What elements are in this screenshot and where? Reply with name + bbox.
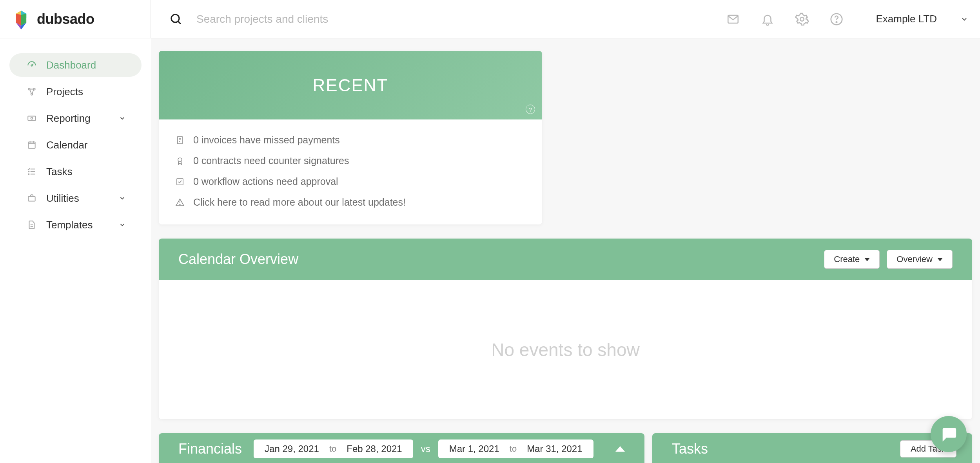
vs-label: vs [421,443,430,454]
chevron-down-icon [960,15,968,23]
svg-marker-3 [21,13,26,25]
help-icon[interactable] [829,12,844,26]
svg-point-14 [28,88,30,90]
range1-to: Feb 28, 2021 [347,443,402,454]
sidebar-item-reporting[interactable]: Reporting [9,107,142,130]
svg-point-26 [28,171,29,172]
recent-row-contracts[interactable]: 0 contracts need counter signatures [175,150,526,171]
create-button[interactable]: Create [824,250,880,269]
inbox-icon[interactable] [726,12,740,26]
recent-row-invoices[interactable]: 0 invoices have missed payments [175,130,526,150]
svg-point-35 [178,158,182,162]
chat-fab[interactable] [931,416,967,452]
gauge-icon [27,60,37,70]
nav-label: Templates [46,219,119,231]
svg-rect-28 [28,197,35,201]
briefcase-icon [27,193,37,203]
recent-card: RECENT ? 0 invoices have missed payments… [159,51,542,224]
search-icon[interactable] [170,13,182,25]
recent-row-text: 0 workflow actions need approval [193,176,338,187]
sidebar: Dashboard Projects Reporting Calendar Ta… [0,38,151,463]
recent-header: RECENT ? [159,51,542,119]
svg-rect-36 [177,179,183,185]
search-input[interactable] [196,13,432,25]
recent-row-updates[interactable]: Click here to read more about our latest… [175,192,526,213]
range1-from: Jan 29, 2021 [265,443,319,454]
sidebar-item-calendar[interactable]: Calendar [9,133,142,157]
nav-label: Utilities [46,192,119,204]
sidebar-item-templates[interactable]: Templates [9,213,142,237]
logo-icon [13,11,30,28]
calendar-body: No events to show [159,280,972,419]
chevron-down-icon [119,195,126,202]
svg-rect-19 [28,142,35,148]
create-label: Create [834,254,860,264]
caret-down-icon [937,258,943,261]
financials-card: Financials Jan 29, 2021 to Feb 28, 2021 … [159,433,644,463]
graph-icon [27,87,37,97]
range-sep: to [510,444,517,454]
svg-point-38 [180,204,180,205]
calendar-overview-card: Calendar Overview Create Overview No eve… [159,239,972,419]
svg-marker-2 [16,13,21,25]
calendar-overview-header: Calendar Overview Create Overview [159,239,972,280]
tasks-header: Tasks Add Task [652,433,972,463]
check-square-icon [175,177,185,186]
svg-point-27 [28,174,29,174]
chevron-down-icon [119,221,126,228]
svg-point-18 [31,118,33,119]
tasks-title: Tasks [672,441,900,457]
date-range-2[interactable]: Mar 1, 2021 to Mar 31, 2021 [438,439,593,458]
brand-switcher[interactable]: Example LTD [864,13,968,25]
nav-label: Projects [46,86,126,98]
svg-line-7 [178,21,181,24]
header-actions: Example LTD [710,0,980,38]
file-icon [27,220,37,230]
svg-point-6 [171,14,179,22]
overview-button[interactable]: Overview [887,250,953,269]
collapse-icon[interactable] [615,446,625,452]
financials-title: Financials [178,441,242,457]
tasks-card: Tasks Add Task [652,433,972,463]
range2-from: Mar 1, 2021 [449,443,499,454]
chevron-down-icon [119,115,126,122]
help-icon[interactable]: ? [526,105,535,114]
caret-down-icon [864,258,870,261]
overview-label: Overview [897,254,933,264]
nav-label: Calendar [46,139,126,151]
calendar-icon [27,140,37,150]
main-content: RECENT ? 0 invoices have missed payments… [159,51,972,463]
nav-label: Tasks [46,166,126,178]
recent-title: RECENT [313,76,388,95]
money-icon [27,113,37,123]
recent-row-workflow[interactable]: 0 workflow actions need approval [175,171,526,192]
range2-to: Mar 31, 2021 [527,443,582,454]
receipt-icon [175,136,185,145]
recent-row-text: Click here to read more about our latest… [193,197,406,208]
recent-row-text: 0 invoices have missed payments [193,134,340,146]
award-icon [175,156,185,166]
sidebar-item-tasks[interactable]: Tasks [9,160,142,183]
sidebar-item-utilities[interactable]: Utilities [9,186,142,210]
recent-row-text: 0 contracts need counter signatures [193,155,349,166]
logo-area[interactable]: dubsado [0,0,151,38]
alert-icon [175,198,185,207]
svg-point-16 [31,93,33,95]
range-sep: to [329,444,336,454]
list-icon [27,166,37,177]
svg-point-15 [33,88,35,90]
sidebar-item-projects[interactable]: Projects [9,80,142,103]
svg-point-9 [800,17,804,21]
calendar-overview-title: Calendar Overview [178,251,817,268]
date-range-1[interactable]: Jan 29, 2021 to Feb 28, 2021 [254,439,413,458]
bell-icon[interactable] [760,12,775,26]
brand-name: Example LTD [876,13,937,25]
logo-text: dubsado [37,11,94,27]
sidebar-item-dashboard[interactable]: Dashboard [9,53,142,77]
nav-label: Reporting [46,112,119,125]
gear-icon[interactable] [795,12,809,26]
chat-icon [940,425,958,443]
svg-point-11 [836,22,837,22]
calendar-empty-text: No events to show [491,339,639,360]
financials-header: Financials Jan 29, 2021 to Feb 28, 2021 … [159,433,644,463]
